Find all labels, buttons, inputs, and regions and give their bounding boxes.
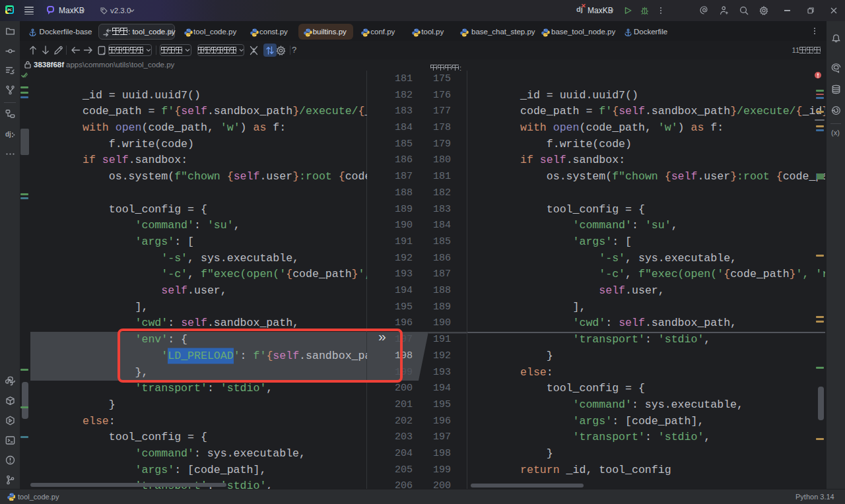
svg-text:(x): (x) xyxy=(831,129,840,137)
svg-text:dj: dj xyxy=(5,131,11,138)
